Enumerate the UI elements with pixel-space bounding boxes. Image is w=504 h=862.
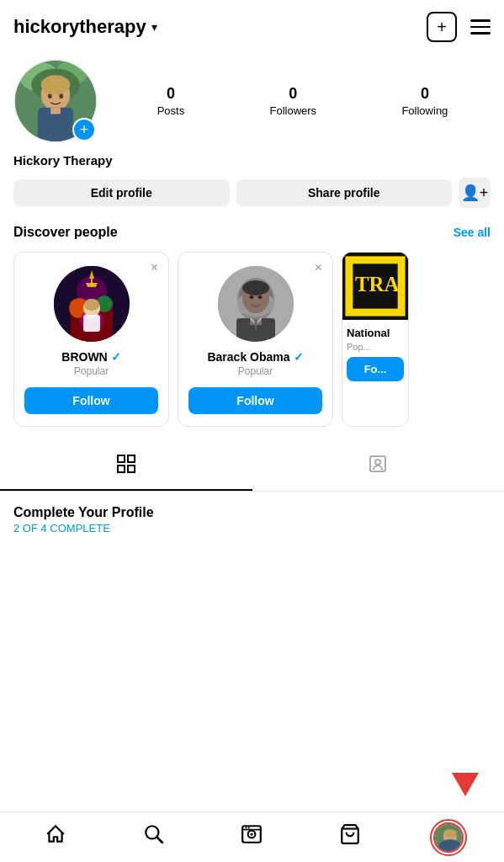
svg-line-41 bbox=[157, 838, 162, 843]
posts-stat: 0 Posts bbox=[157, 85, 185, 117]
posts-count: 0 bbox=[167, 85, 175, 103]
avatar-wrapper: + bbox=[13, 59, 98, 143]
tagged-icon bbox=[368, 454, 388, 479]
add-person-icon: 👤+ bbox=[461, 184, 489, 202]
svg-rect-17 bbox=[83, 315, 100, 332]
follow-button-obama[interactable]: Follow bbox=[188, 387, 322, 414]
follow-button-national[interactable]: Fo... bbox=[347, 357, 404, 381]
username-label: hickorytherapy bbox=[13, 16, 146, 38]
nav-shop[interactable] bbox=[301, 812, 400, 862]
posts-label: Posts bbox=[157, 104, 185, 117]
person-name-obama: Barack Obama ✓ bbox=[207, 350, 303, 364]
svg-point-9 bbox=[59, 93, 63, 98]
svg-point-46 bbox=[246, 827, 247, 828]
discover-title: Discover people bbox=[13, 225, 118, 240]
person-subtitle-obama: Popular bbox=[238, 365, 273, 377]
svg-rect-35 bbox=[118, 466, 125, 472]
add-person-button[interactable]: 👤+ bbox=[459, 178, 491, 208]
edit-profile-button[interactable]: Edit profile bbox=[13, 179, 230, 206]
person-card-obama: × bbox=[178, 252, 333, 427]
following-count: 0 bbox=[421, 85, 429, 103]
search-icon bbox=[143, 823, 165, 851]
share-profile-button[interactable]: Share profile bbox=[236, 179, 453, 206]
follow-button-brown[interactable]: Follow bbox=[24, 387, 158, 414]
svg-point-38 bbox=[375, 460, 380, 465]
chevron-down-icon: ▾ bbox=[151, 20, 157, 34]
discover-header: Discover people See all bbox=[13, 225, 491, 240]
tabs-row bbox=[0, 444, 504, 492]
person-subtitle-national: Pop... bbox=[342, 340, 409, 357]
bottom-nav bbox=[0, 811, 504, 862]
verified-icon-obama: ✓ bbox=[294, 350, 304, 364]
person-card-brown: × bbox=[13, 252, 169, 427]
svg-point-28 bbox=[257, 295, 262, 299]
verified-icon-brown: ✓ bbox=[111, 350, 121, 364]
header-left: hickorytherapy ▾ bbox=[13, 16, 157, 38]
header-icons: + bbox=[427, 12, 491, 42]
discover-section: Discover people See all × bbox=[0, 225, 504, 427]
plus-icon: + bbox=[437, 18, 447, 37]
svg-marker-39 bbox=[452, 773, 479, 796]
nav-search[interactable] bbox=[105, 812, 204, 862]
following-stat[interactable]: 0 Following bbox=[401, 85, 448, 117]
svg-point-24 bbox=[242, 280, 269, 295]
header: hickorytherapy ▾ + bbox=[0, 0, 504, 51]
complete-profile-subtitle: 2 OF 4 COMPLETE bbox=[13, 522, 491, 535]
person-subtitle-brown: Popular bbox=[74, 365, 109, 377]
add-photo-button[interactable]: + bbox=[72, 118, 96, 141]
nav-reels[interactable] bbox=[203, 812, 301, 862]
svg-point-5 bbox=[41, 75, 71, 94]
avatar-obama bbox=[218, 266, 294, 342]
nav-home[interactable] bbox=[7, 812, 105, 862]
profile-avatar-nav bbox=[433, 822, 464, 853]
svg-text:TRA: TRA bbox=[355, 273, 400, 295]
svg-rect-33 bbox=[118, 455, 125, 462]
people-cards: × bbox=[13, 252, 491, 427]
svg-point-27 bbox=[249, 295, 253, 299]
profile-name: Hickory Therapy bbox=[13, 153, 491, 168]
avatar-national: TRA bbox=[342, 253, 409, 320]
svg-point-47 bbox=[248, 827, 250, 828]
close-button-brown[interactable]: × bbox=[151, 261, 158, 274]
hamburger-icon bbox=[470, 26, 491, 29]
person-card-national: TRA National Pop... Fo... bbox=[342, 252, 409, 427]
following-label: Following bbox=[401, 104, 448, 117]
svg-rect-36 bbox=[128, 466, 135, 472]
shop-icon bbox=[339, 823, 361, 851]
tab-grid[interactable] bbox=[0, 444, 252, 491]
hamburger-icon bbox=[470, 32, 491, 35]
svg-rect-7 bbox=[50, 108, 61, 114]
profile-top: + 0 Posts 0 Followers 0 Following bbox=[13, 59, 491, 143]
home-icon bbox=[45, 823, 66, 851]
stats-row: 0 Posts 0 Followers 0 Following bbox=[98, 85, 491, 117]
svg-point-44 bbox=[251, 833, 253, 835]
menu-button[interactable] bbox=[470, 19, 491, 35]
see-all-button[interactable]: See all bbox=[454, 226, 491, 239]
person-name-brown: BROWN ✓ bbox=[61, 350, 120, 364]
reels-icon bbox=[241, 823, 263, 851]
add-post-button[interactable]: + bbox=[427, 12, 457, 42]
action-buttons: Edit profile Share profile 👤+ bbox=[13, 178, 491, 208]
close-button-obama[interactable]: × bbox=[315, 261, 322, 274]
nav-profile[interactable] bbox=[399, 812, 497, 862]
svg-point-51 bbox=[443, 829, 457, 838]
profile-section: + 0 Posts 0 Followers 0 Following Hickor… bbox=[0, 51, 504, 208]
tab-tagged[interactable] bbox=[252, 444, 505, 491]
svg-point-18 bbox=[84, 299, 99, 311]
followers-label: Followers bbox=[269, 104, 316, 117]
followers-count: 0 bbox=[289, 85, 297, 103]
complete-profile-title: Complete Your Profile bbox=[13, 505, 491, 520]
avatar-brown bbox=[54, 266, 130, 342]
arrow-indicator bbox=[450, 764, 480, 805]
grid-icon bbox=[116, 454, 136, 479]
hamburger-icon bbox=[470, 19, 491, 22]
svg-rect-34 bbox=[128, 455, 135, 462]
followers-stat[interactable]: 0 Followers bbox=[269, 85, 316, 117]
svg-point-8 bbox=[48, 93, 52, 98]
complete-profile-section: Complete Your Profile 2 OF 4 COMPLETE bbox=[0, 492, 504, 541]
person-name-national: National bbox=[342, 320, 409, 340]
